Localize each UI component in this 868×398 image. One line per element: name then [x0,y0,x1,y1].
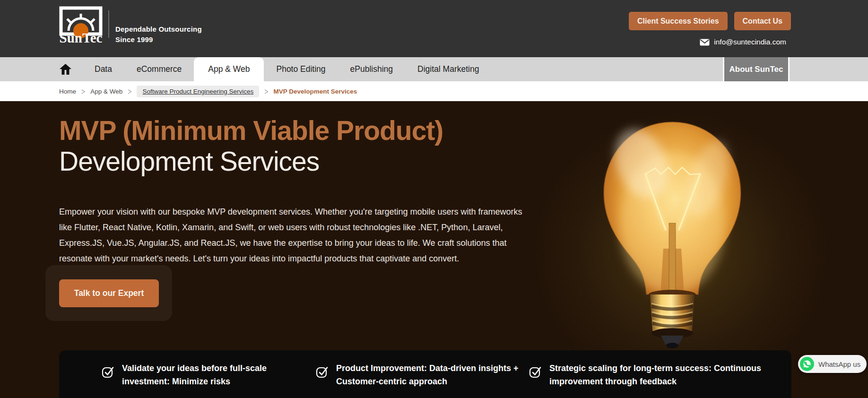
nav-item-digital-marketing[interactable]: Digital Marketing [405,57,491,81]
nav-items: Data eCommerce App & Web Photo Editing e… [59,57,491,81]
talk-to-expert-button[interactable]: Talk to our Expert [59,279,159,307]
chevron-right-icon: > [128,87,131,96]
breadcrumb-current-page: MVP Development Services [274,88,357,95]
envelope-icon [700,39,710,46]
benefit-item-validate: Validate your ideas before full-scale in… [101,350,281,398]
page: SunTec Dependable Outsourcing Since 1999… [0,0,868,398]
about-suntec-button[interactable]: About SunTec [723,57,790,81]
email-link[interactable]: info@suntecindia.com [700,38,786,46]
benefit-item-scaling: Strategic scaling for long-term success:… [529,350,779,398]
check-square-icon [101,364,115,379]
contact-us-button[interactable]: Contact Us [734,12,791,30]
whatsapp-button[interactable]: WhatsApp us [798,355,867,373]
benefit-item-improvement: Product Improvement: Data-driven insight… [315,350,523,398]
nav-item-ecommerce[interactable]: eCommerce [124,57,194,81]
benefit-text: Strategic scaling for long-term success:… [549,362,774,388]
nav-item-app-and-web[interactable]: App & Web [194,57,264,81]
client-success-stories-button[interactable]: Client Success Stories [629,12,728,30]
check-square-icon [315,364,330,379]
benefits-bar: Validate your ideas before full-scale in… [59,350,791,398]
lightbulb-image [584,108,761,350]
sun-logo-icon: SunTec [59,6,103,45]
chevron-right-icon: > [81,87,85,96]
whatsapp-label: WhatsApp us [818,360,860,368]
email-text: info@suntecindia.com [714,38,786,46]
page-title: MVP (Minimum Viable Product) Development… [59,115,443,177]
suntec-logo[interactable]: SunTec [59,6,103,45]
top-header: SunTec Dependable Outsourcing Since 1999… [0,0,868,57]
nav-item-epublishing[interactable]: ePublishing [338,57,405,81]
benefit-text: Validate your ideas before full-scale in… [122,362,280,388]
check-square-icon [529,364,543,379]
logo-divider [108,10,109,38]
nav-item-data[interactable]: Data [82,57,124,81]
chevron-right-icon: > [264,87,268,96]
tagline-line2: Since 1999 [115,35,202,45]
main-nav: Data eCommerce App & Web Photo Editing e… [0,57,868,81]
whatsapp-icon [800,357,814,371]
breadcrumb: Home > App & Web > Software Product Engi… [0,81,868,101]
breadcrumb-software-product-engineering[interactable]: Software Product Engineering Services [137,86,259,97]
logo-text: SunTec [60,30,103,45]
page-title-line2: Development Services [59,146,443,177]
tagline: Dependable Outsourcing Since 1999 [115,24,202,45]
benefit-text: Product Improvement: Data-driven insight… [336,362,521,388]
page-title-line1: MVP (Minimum Viable Product) [59,115,443,146]
nav-item-photo-editing[interactable]: Photo Editing [264,57,338,81]
home-icon [59,63,72,75]
header-buttons: Client Success Stories Contact Us [629,12,791,30]
hero-description: Empower your vision with our bespoke MVP… [59,204,527,267]
hero-section: MVP (Minimum Viable Product) Development… [0,101,868,398]
breadcrumb-home[interactable]: Home [59,88,76,95]
tagline-line1: Dependable Outsourcing [115,24,202,35]
nav-home-button[interactable] [59,57,82,81]
breadcrumb-app-and-web[interactable]: App & Web [90,88,122,95]
